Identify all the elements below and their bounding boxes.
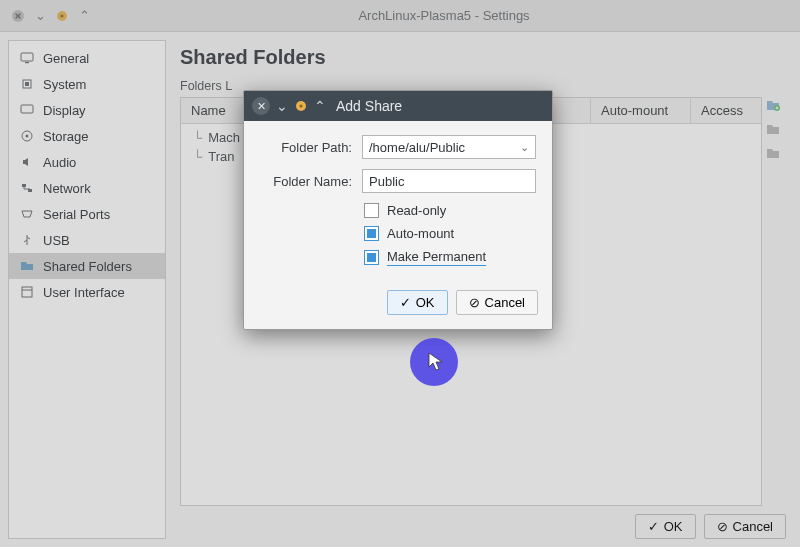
button-label: OK	[416, 295, 435, 310]
dialog-body: Folder Path: /home/alu/Public ⌄ Folder N…	[244, 121, 552, 280]
dialog-ok-button[interactable]: ✓ OK	[387, 290, 448, 315]
make-permanent-label: Make Permanent	[387, 249, 486, 266]
chevron-down-icon[interactable]	[276, 98, 288, 114]
read-only-checkbox[interactable]	[364, 203, 379, 218]
dialog-titlebar[interactable]: ✕ Add Share	[244, 91, 552, 121]
dialog-cancel-button[interactable]: ⊘ Cancel	[456, 290, 538, 315]
close-icon[interactable]: ✕	[252, 97, 270, 115]
folder-name-label: Folder Name:	[260, 174, 352, 189]
dialog-title: Add Share	[336, 98, 402, 114]
cancel-icon: ⊘	[469, 295, 480, 310]
add-share-dialog: ✕ Add Share Folder Path: /home/alu/Publi…	[243, 90, 553, 330]
auto-mount-label: Auto-mount	[387, 226, 454, 241]
folder-name-value: Public	[369, 174, 404, 189]
svg-point-16	[300, 105, 303, 108]
folder-path-value: /home/alu/Public	[369, 140, 465, 155]
check-icon: ✓	[400, 295, 411, 310]
button-label: Cancel	[485, 295, 525, 310]
chevron-up-icon[interactable]	[314, 98, 326, 114]
dialog-footer: ✓ OK ⊘ Cancel	[244, 280, 552, 329]
make-permanent-row[interactable]: Make Permanent	[364, 249, 536, 266]
read-only-label: Read-only	[387, 203, 446, 218]
chevron-down-icon: ⌄	[520, 141, 529, 154]
read-only-row[interactable]: Read-only	[364, 203, 536, 218]
folder-path-label: Folder Path:	[260, 140, 352, 155]
folder-name-input[interactable]: Public	[362, 169, 536, 193]
folder-path-combobox[interactable]: /home/alu/Public ⌄	[362, 135, 536, 159]
make-permanent-checkbox[interactable]	[364, 250, 379, 265]
auto-mount-checkbox[interactable]	[364, 226, 379, 241]
gear-icon[interactable]	[294, 99, 308, 113]
auto-mount-row[interactable]: Auto-mount	[364, 226, 536, 241]
